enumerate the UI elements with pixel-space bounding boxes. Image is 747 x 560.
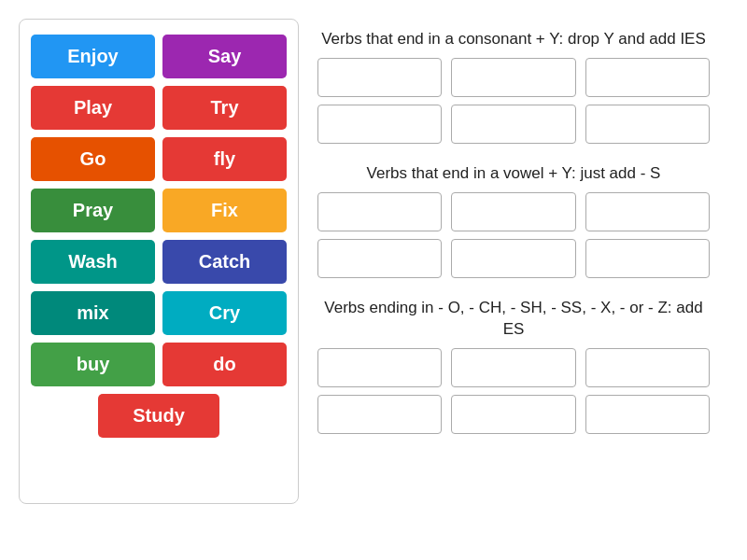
verb-row: PrayFix xyxy=(31,189,287,232)
answer-box[interactable] xyxy=(451,395,575,434)
answer-box[interactable] xyxy=(585,192,710,231)
answer-box[interactable] xyxy=(317,395,442,434)
section-title-1: Verbs that end in a vowel + Y: just add … xyxy=(317,162,710,185)
verb-button-pray[interactable]: Pray xyxy=(31,189,155,232)
verb-button-say[interactable]: Say xyxy=(162,35,287,78)
answer-box[interactable] xyxy=(317,348,442,387)
verb-button-study[interactable]: Study xyxy=(98,394,219,438)
verb-button-mix[interactable]: mix xyxy=(31,291,155,335)
verb-button-catch[interactable]: Catch xyxy=(162,240,287,284)
verb-row: Gofly xyxy=(31,137,287,181)
section-1: Verbs that end in a vowel + Y: just add … xyxy=(317,162,710,278)
section-2: Verbs ending in - O, - CH, - SH, - SS, -… xyxy=(317,297,710,435)
verb-row: WashCatch xyxy=(31,240,287,284)
verb-button-fly[interactable]: fly xyxy=(162,137,287,181)
answer-box[interactable] xyxy=(317,58,442,97)
answer-box[interactable] xyxy=(317,192,442,231)
answer-box[interactable] xyxy=(317,239,442,278)
section-title-2: Verbs ending in - O, - CH, - SH, - SS, -… xyxy=(317,297,710,342)
answer-box[interactable] xyxy=(585,395,710,434)
answer-row xyxy=(317,348,710,387)
verb-row: mixCry xyxy=(31,291,287,335)
verb-button-play[interactable]: Play xyxy=(31,86,155,130)
answer-row xyxy=(317,395,710,434)
answer-box[interactable] xyxy=(585,105,710,144)
answer-row xyxy=(317,192,710,231)
answer-box[interactable] xyxy=(451,58,575,97)
verb-button-buy[interactable]: buy xyxy=(31,343,155,386)
verb-row: PlayTry xyxy=(31,86,287,130)
verb-row: EnjoySay xyxy=(31,35,287,78)
verb-row: Study xyxy=(31,394,287,438)
verb-button-try[interactable]: Try xyxy=(162,86,287,130)
answer-box[interactable] xyxy=(585,58,710,97)
answer-box[interactable] xyxy=(317,105,442,144)
answer-box[interactable] xyxy=(451,192,575,231)
answer-box[interactable] xyxy=(585,348,710,387)
verb-button-wash[interactable]: Wash xyxy=(31,240,155,284)
verb-button-go[interactable]: Go xyxy=(31,137,155,181)
verb-button-fix[interactable]: Fix xyxy=(162,189,287,232)
right-panel: Verbs that end in a consonant + Y: drop … xyxy=(299,19,728,443)
verb-list-panel: EnjoySayPlayTryGoflyPrayFixWashCatchmixC… xyxy=(19,19,299,504)
answer-row xyxy=(317,105,710,144)
answer-row xyxy=(317,58,710,97)
answer-row xyxy=(317,239,710,278)
verb-button-cry[interactable]: Cry xyxy=(162,291,287,335)
section-0: Verbs that end in a consonant + Y: drop … xyxy=(317,28,710,144)
verb-button-do[interactable]: do xyxy=(162,343,287,386)
section-title-0: Verbs that end in a consonant + Y: drop … xyxy=(317,28,710,50)
answer-box[interactable] xyxy=(451,105,575,144)
answer-box[interactable] xyxy=(585,239,710,278)
answer-box[interactable] xyxy=(451,239,575,278)
verb-row: buydo xyxy=(31,343,287,386)
answer-box[interactable] xyxy=(451,348,575,387)
verb-button-enjoy[interactable]: Enjoy xyxy=(31,35,155,78)
